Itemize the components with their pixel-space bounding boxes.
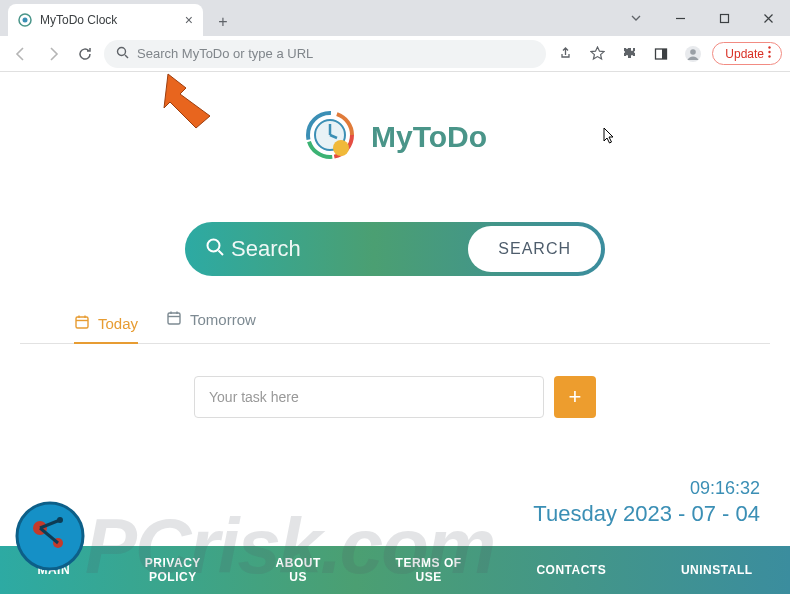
cursor-icon <box>603 127 617 145</box>
search-placeholder: Search <box>231 236 301 262</box>
svg-rect-7 <box>662 49 667 59</box>
svg-rect-23 <box>76 317 88 328</box>
svg-rect-3 <box>720 14 728 22</box>
task-row: Your task here + <box>0 376 790 418</box>
task-input-placeholder: Your task here <box>209 389 299 405</box>
brand-title: MyToDo <box>371 120 487 154</box>
svg-point-4 <box>118 47 126 55</box>
clock: 09:16:32 Tuesday 2023 - 07 - 04 <box>533 478 760 527</box>
svg-point-12 <box>768 55 770 57</box>
svg-point-10 <box>768 46 770 48</box>
new-tab-button[interactable]: + <box>209 8 237 36</box>
tab-tomorrow[interactable]: Tomorrow <box>166 310 256 335</box>
clock-date: Tuesday 2023 - 07 - 04 <box>533 501 760 527</box>
clock-time: 09:16:32 <box>533 478 760 499</box>
brand-area: MyToDo <box>0 72 790 166</box>
watermark-logo-icon <box>14 500 86 576</box>
footer-uninstall[interactable]: UNINSTALL <box>681 563 753 577</box>
svg-rect-27 <box>168 313 180 324</box>
tab-strip: MyToDo Clock × + <box>0 0 790 36</box>
calendar-icon <box>74 314 90 333</box>
browser-toolbar: Search MyToDo or type a URL Update <box>0 36 790 72</box>
maximize-button[interactable] <box>702 0 746 36</box>
search-bar[interactable]: Search SEARCH <box>185 222 605 276</box>
tab-today[interactable]: Today <box>74 310 138 344</box>
minimize-button[interactable] <box>658 0 702 36</box>
svg-point-37 <box>57 517 63 523</box>
sidepanel-icon[interactable] <box>648 41 674 67</box>
footer-contacts[interactable]: CONTACTS <box>536 563 606 577</box>
share-icon[interactable] <box>552 41 578 67</box>
search-icon <box>116 45 129 63</box>
reload-button[interactable] <box>72 41 98 67</box>
window-controls <box>614 0 790 36</box>
brand-logo-icon <box>303 108 357 166</box>
page-content: MyToDo Search SEARCH Today Tom <box>0 72 790 594</box>
tab-title: MyToDo Clock <box>40 13 181 27</box>
browser-tab[interactable]: MyToDo Clock × <box>8 4 203 36</box>
omnibox-placeholder: Search MyToDo or type a URL <box>137 46 534 61</box>
profile-icon[interactable] <box>680 41 706 67</box>
close-window-button[interactable] <box>746 0 790 36</box>
forward-button[interactable] <box>40 41 66 67</box>
tab-today-label: Today <box>98 315 138 332</box>
tab-close-icon[interactable]: × <box>185 12 193 28</box>
svg-line-5 <box>125 55 128 58</box>
svg-point-1 <box>23 18 28 23</box>
watermark-text: PCrisk.com <box>85 501 494 592</box>
tab-tomorrow-label: Tomorrow <box>190 311 256 328</box>
omnibox[interactable]: Search MyToDo or type a URL <box>104 40 546 68</box>
plus-icon: + <box>569 384 582 410</box>
update-button[interactable]: Update <box>712 42 782 65</box>
extensions-icon[interactable] <box>616 41 642 67</box>
tab-dropdown-icon[interactable] <box>614 0 658 36</box>
back-button[interactable] <box>8 41 34 67</box>
svg-point-20 <box>333 140 349 156</box>
search-icon <box>205 237 225 261</box>
calendar-icon <box>166 310 182 329</box>
add-task-button[interactable]: + <box>554 376 596 418</box>
update-label: Update <box>725 47 764 61</box>
date-tabs: Today Tomorrow <box>20 276 770 344</box>
search-button[interactable]: SEARCH <box>468 226 601 272</box>
svg-point-11 <box>768 51 770 53</box>
bookmark-icon[interactable] <box>584 41 610 67</box>
svg-point-21 <box>208 240 220 252</box>
annotation-arrow-icon <box>162 72 218 130</box>
task-input[interactable]: Your task here <box>194 376 544 418</box>
tab-favicon-icon <box>18 13 32 27</box>
svg-point-9 <box>690 49 696 55</box>
browser-chrome: MyToDo Clock × + <box>0 0 790 72</box>
menu-dots-icon <box>768 46 771 61</box>
svg-line-22 <box>219 251 224 256</box>
